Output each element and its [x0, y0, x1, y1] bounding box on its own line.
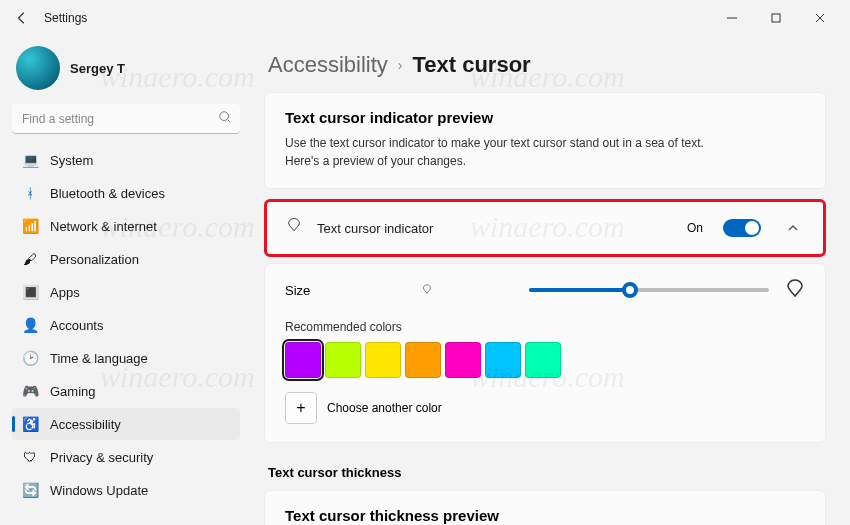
close-button[interactable]	[798, 3, 842, 33]
sidebar-item-label: Gaming	[50, 384, 96, 399]
sidebar-item-update[interactable]: 🔄Windows Update	[12, 474, 240, 506]
size-large-icon	[785, 278, 805, 302]
preview-body: Use the text cursor indicator to make yo…	[285, 134, 705, 170]
maximize-button[interactable]	[754, 3, 798, 33]
sidebar-item-label: System	[50, 153, 93, 168]
thickness-section-title: Text cursor thickness	[264, 459, 826, 490]
size-label: Size	[285, 283, 325, 298]
sidebar-item-gaming[interactable]: 🎮Gaming	[12, 375, 240, 407]
svg-rect-0	[772, 14, 780, 22]
thickness-preview-title: Text cursor thickness preview	[285, 507, 805, 524]
preview-card: Text cursor indicator preview Use the te…	[264, 92, 826, 189]
color-swatch[interactable]	[485, 342, 521, 378]
window-title: Settings	[44, 11, 87, 25]
sidebar-item-network[interactable]: 📶Network & internet	[12, 210, 240, 242]
sidebar-item-personalization[interactable]: 🖌Personalization	[12, 243, 240, 275]
size-slider[interactable]	[529, 288, 769, 292]
sidebar-item-label: Network & internet	[50, 219, 157, 234]
choose-color-button[interactable]: +	[285, 392, 317, 424]
gaming-icon: 🎮	[22, 383, 38, 399]
sidebar-item-bluetooth[interactable]: ᚼBluetooth & devices	[12, 177, 240, 209]
preview-title: Text cursor indicator preview	[285, 109, 805, 126]
color-swatch[interactable]	[405, 342, 441, 378]
sidebar-item-privacy[interactable]: 🛡Privacy & security	[12, 441, 240, 473]
indicator-label: Text cursor indicator	[317, 221, 673, 236]
sidebar-item-label: Apps	[50, 285, 80, 300]
indicator-icon	[285, 217, 303, 239]
color-swatch[interactable]	[325, 342, 361, 378]
sidebar-item-label: Bluetooth & devices	[50, 186, 165, 201]
time-icon: 🕑	[22, 350, 38, 366]
apps-icon: 🔳	[22, 284, 38, 300]
colors-label: Recommended colors	[285, 320, 805, 334]
accessibility-icon: ♿	[22, 416, 38, 432]
svg-point-1	[220, 112, 229, 121]
breadcrumb-current: Text cursor	[412, 52, 530, 78]
indicator-subpanel: Size Recommended colors	[264, 263, 826, 443]
breadcrumb-parent[interactable]: Accessibility	[268, 52, 388, 78]
back-button[interactable]	[8, 4, 36, 32]
sidebar-item-accounts[interactable]: 👤Accounts	[12, 309, 240, 341]
color-swatch[interactable]	[285, 342, 321, 378]
indicator-state-label: On	[687, 221, 703, 235]
choose-color-label: Choose another color	[327, 401, 442, 415]
network-icon: 📶	[22, 218, 38, 234]
thickness-preview-card: Text cursor thickness preview Here's a p…	[264, 490, 826, 525]
search-input[interactable]	[12, 104, 240, 134]
username: Sergey T	[70, 61, 125, 76]
user-profile[interactable]: Sergey T	[12, 40, 240, 104]
expand-button[interactable]	[781, 216, 805, 240]
breadcrumb: Accessibility › Text cursor	[264, 36, 826, 92]
update-icon: 🔄	[22, 482, 38, 498]
color-swatch[interactable]	[525, 342, 561, 378]
sidebar-item-system[interactable]: 💻System	[12, 144, 240, 176]
bluetooth-icon: ᚼ	[22, 185, 38, 201]
personalization-icon: 🖌	[22, 251, 38, 267]
system-icon: 💻	[22, 152, 38, 168]
privacy-icon: 🛡	[22, 449, 38, 465]
color-swatches	[285, 342, 805, 378]
accounts-icon: 👤	[22, 317, 38, 333]
text-cursor-indicator-row[interactable]: Text cursor indicator On	[264, 199, 826, 257]
indicator-toggle[interactable]	[723, 219, 761, 237]
search-icon	[218, 110, 232, 128]
chevron-right-icon: ›	[398, 57, 403, 73]
sidebar-item-label: Time & language	[50, 351, 148, 366]
sidebar-item-label: Personalization	[50, 252, 139, 267]
color-swatch[interactable]	[445, 342, 481, 378]
minimize-button[interactable]	[710, 3, 754, 33]
size-small-icon	[421, 281, 433, 299]
sidebar-item-label: Windows Update	[50, 483, 148, 498]
sidebar-item-time[interactable]: 🕑Time & language	[12, 342, 240, 374]
avatar	[16, 46, 60, 90]
sidebar-nav: 💻System ᚼBluetooth & devices 📶Network & …	[12, 144, 240, 506]
sidebar-item-label: Privacy & security	[50, 450, 153, 465]
sidebar-item-accessibility[interactable]: ♿Accessibility	[12, 408, 240, 440]
sidebar-item-label: Accessibility	[50, 417, 121, 432]
color-swatch[interactable]	[365, 342, 401, 378]
sidebar-item-apps[interactable]: 🔳Apps	[12, 276, 240, 308]
sidebar-item-label: Accounts	[50, 318, 103, 333]
